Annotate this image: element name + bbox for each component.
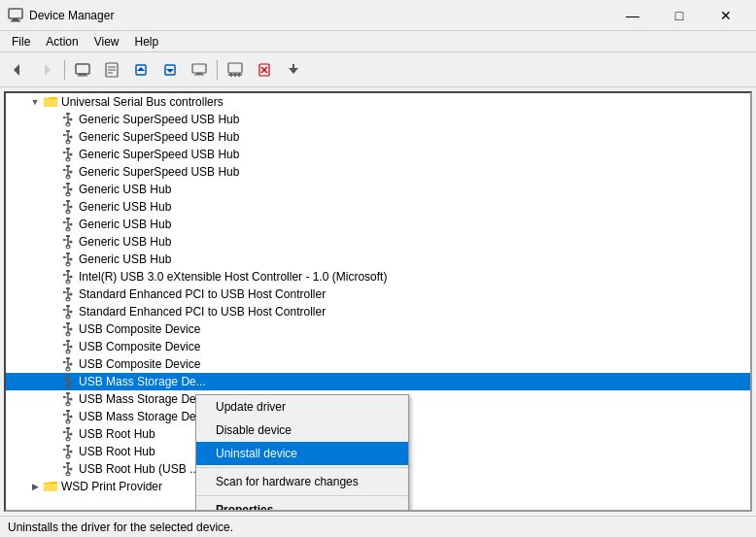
usb-icon xyxy=(60,426,76,442)
maximize-button[interactable]: □ xyxy=(657,0,702,31)
tree-item-hub9[interactable]: Generic USB Hub xyxy=(6,251,750,268)
svg-rect-6 xyxy=(79,74,86,76)
scan-button[interactable] xyxy=(222,56,249,84)
forward-button[interactable] xyxy=(33,56,60,84)
monitor-button[interactable] xyxy=(186,56,213,84)
menu-bar: FileActionViewHelp xyxy=(0,31,756,52)
tree-item-composite1[interactable]: USB Composite Device xyxy=(6,320,750,338)
svg-rect-53 xyxy=(63,169,65,171)
svg-point-146 xyxy=(70,398,73,401)
tree-label-hub4: Generic SuperSpeed USB Hub xyxy=(79,165,239,179)
menu-item-help[interactable]: Help xyxy=(127,33,167,50)
tree-item-intel-controller[interactable]: Intel(R) USB 3.0 eXtensible Host Control… xyxy=(6,268,750,285)
status-bar: Uninstalls the driver for the selected d… xyxy=(0,516,756,537)
usb-icon xyxy=(60,164,76,180)
usb-icon xyxy=(60,444,76,459)
svg-rect-85 xyxy=(66,252,70,254)
tree-label-hub7: Generic USB Hub xyxy=(79,218,171,231)
tree-item-hub8[interactable]: Generic USB Hub xyxy=(6,233,750,251)
close-button[interactable]: ✕ xyxy=(704,0,748,31)
svg-rect-109 xyxy=(63,309,65,311)
context-menu-item-disable-device[interactable]: Disable device xyxy=(196,419,408,442)
svg-rect-165 xyxy=(63,449,65,451)
tree-label-hub2: Generic SuperSpeed USB Hub xyxy=(79,130,239,144)
folder-icon xyxy=(43,94,58,110)
tree-item-std-pci2[interactable]: Standard Enhanced PCI to USB Host Contro… xyxy=(6,303,750,320)
svg-point-174 xyxy=(70,468,73,471)
svg-marker-13 xyxy=(137,67,145,71)
tree-item-std-pci1[interactable]: Standard Enhanced PCI to USB Host Contro… xyxy=(6,285,750,303)
usb-icon xyxy=(60,391,76,407)
usb-icon xyxy=(60,112,76,127)
usb-icon xyxy=(60,356,76,372)
menu-item-view[interactable]: View xyxy=(86,33,127,50)
tree-item-hub4[interactable]: Generic SuperSpeed USB Hub xyxy=(6,163,750,181)
svg-point-83 xyxy=(70,241,73,244)
tree-item-composite2[interactable]: USB Composite Device xyxy=(6,338,750,355)
svg-marker-27 xyxy=(289,68,298,74)
tree-item-usb-controllers[interactable]: ▼ Universal Serial Bus controllers xyxy=(6,93,750,111)
svg-rect-1 xyxy=(13,18,18,20)
tree-item-mass1[interactable]: USB Mass Storage De... xyxy=(6,373,750,390)
rollback-button[interactable] xyxy=(156,56,184,84)
svg-point-55 xyxy=(70,171,73,174)
svg-point-125 xyxy=(70,346,73,349)
usb-icon xyxy=(60,409,76,424)
device-tree[interactable]: ▼ Universal Serial Bus controllers Gener… xyxy=(4,91,752,512)
svg-rect-144 xyxy=(63,396,65,398)
svg-rect-99 xyxy=(66,287,70,289)
tree-item-hub1[interactable]: Generic SuperSpeed USB Hub xyxy=(6,111,750,128)
usb-icon xyxy=(60,339,76,354)
usb-icon xyxy=(60,129,76,145)
svg-point-97 xyxy=(70,276,73,279)
add-button[interactable] xyxy=(280,56,307,84)
context-menu-item-uninstall-device[interactable]: Uninstall device xyxy=(196,442,408,465)
svg-rect-102 xyxy=(63,291,65,293)
context-menu-item-update-driver[interactable]: Update driver xyxy=(196,395,408,419)
svg-rect-17 xyxy=(196,73,202,75)
tree-label-composite2: USB Composite Device xyxy=(79,340,200,353)
properties-button[interactable] xyxy=(98,56,125,84)
tree-label-hub6: Generic USB Hub xyxy=(79,200,171,214)
tree-item-hub2[interactable]: Generic SuperSpeed USB Hub xyxy=(6,128,750,146)
context-menu-separator xyxy=(196,467,408,468)
tree-item-hub6[interactable]: Generic USB Hub xyxy=(6,198,750,216)
menu-item-file[interactable]: File xyxy=(4,33,38,50)
minimize-button[interactable]: — xyxy=(610,0,655,31)
svg-point-153 xyxy=(70,416,73,419)
tree-item-hub5[interactable]: Generic USB Hub xyxy=(6,181,750,198)
svg-rect-148 xyxy=(66,410,70,412)
svg-rect-36 xyxy=(66,130,70,132)
svg-rect-46 xyxy=(63,151,65,153)
context-menu: Update driverDisable deviceUninstall dev… xyxy=(195,394,409,512)
svg-rect-78 xyxy=(66,235,70,237)
svg-rect-32 xyxy=(63,117,65,118)
menu-item-action[interactable]: Action xyxy=(38,33,86,50)
tree-label-wsd: WSD Print Provider xyxy=(61,480,162,493)
tree-label-mass1: USB Mass Storage De... xyxy=(79,375,206,388)
tree-label-hub5: Generic USB Hub xyxy=(79,183,171,196)
context-menu-item-scan-hardware[interactable]: Scan for hardware changes xyxy=(196,470,408,493)
svg-point-69 xyxy=(70,206,73,209)
svg-rect-50 xyxy=(66,165,70,167)
tree-item-composite3[interactable]: USB Composite Device xyxy=(6,355,750,373)
tree-item-hub3[interactable]: Generic SuperSpeed USB Hub xyxy=(6,146,750,163)
tree-toggle-usb-controllers[interactable]: ▼ xyxy=(27,94,43,110)
tree-label-intel-controller: Intel(R) USB 3.0 eXtensible Host Control… xyxy=(79,270,387,284)
app-icon xyxy=(8,8,23,23)
context-menu-item-properties[interactable]: Properties xyxy=(196,498,408,512)
tree-label-root2: USB Root Hub xyxy=(79,445,155,458)
tree-item-hub7[interactable]: Generic USB Hub xyxy=(6,216,750,233)
svg-point-34 xyxy=(70,118,73,121)
svg-marker-3 xyxy=(14,64,19,76)
tree-label-hub9: Generic USB Hub xyxy=(79,252,171,266)
svg-point-76 xyxy=(70,223,73,226)
tree-toggle-wsd[interactable]: ▶ xyxy=(27,479,43,494)
svg-rect-116 xyxy=(63,326,65,328)
svg-rect-88 xyxy=(63,256,65,258)
update-driver-button[interactable] xyxy=(127,56,155,84)
svg-point-90 xyxy=(70,258,73,261)
back-button[interactable] xyxy=(4,56,31,84)
remove-button[interactable] xyxy=(251,56,278,84)
computer-button[interactable] xyxy=(69,56,96,84)
